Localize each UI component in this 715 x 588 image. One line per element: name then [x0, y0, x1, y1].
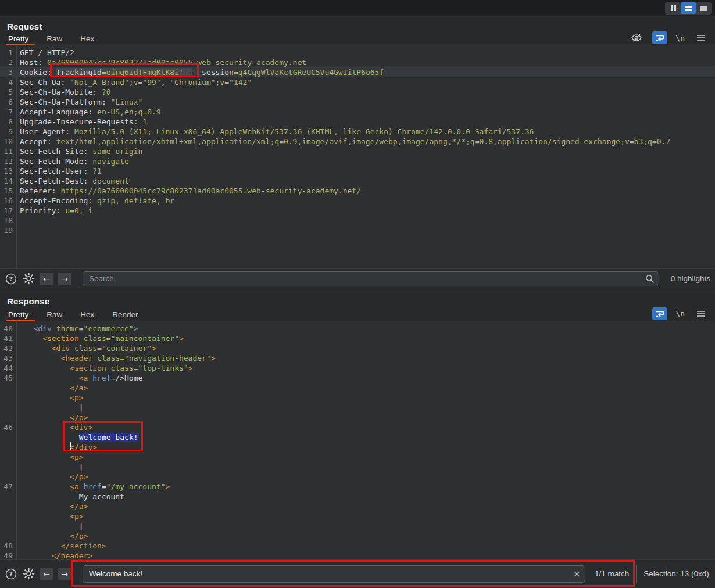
- divider: [636, 565, 637, 583]
- single-layout-button[interactable]: [696, 2, 711, 14]
- search-settings-gear-icon[interactable]: [22, 273, 35, 285]
- code-line: 41 <section class="maincontainer">: [0, 334, 715, 343]
- hide-highlights-eye-off-icon[interactable]: [629, 31, 644, 44]
- burp-message-editor: Request PrettyRawHex \n: [0, 0, 715, 588]
- rows-layout-button[interactable]: [681, 2, 696, 14]
- editor-menu-icon[interactable]: [693, 31, 708, 44]
- previous-match-button[interactable]: ←: [40, 273, 53, 285]
- code-line: 13Sec-Fetch-User: ?1: [0, 166, 715, 176]
- tab-pretty[interactable]: Pretty: [7, 31, 30, 45]
- help-icon[interactable]: ?: [5, 568, 17, 580]
- code-line: |: [0, 403, 715, 413]
- code-line: 1GET / HTTP/2: [0, 48, 715, 58]
- tab-render[interactable]: Render: [111, 306, 139, 321]
- show-newlines-icon[interactable]: \n: [675, 309, 685, 318]
- code-line: |: [0, 521, 715, 531]
- code-line: 49 </header>: [0, 551, 715, 559]
- code-line: 4Sec-Ch-Ua: "Not_A Brand";v="99", "Chrom…: [0, 77, 715, 87]
- tab-raw[interactable]: Raw: [45, 306, 63, 321]
- tab-hex[interactable]: Hex: [79, 306, 95, 321]
- code-line: 12Sec-Fetch-Mode: navigate: [0, 156, 715, 166]
- single-layout-icon: [700, 6, 707, 11]
- columns-layout-icon: [671, 5, 676, 11]
- code-line: 44 <section class="top-links">: [0, 363, 715, 373]
- code-line: 6Sec-Ch-Ua-Platform: "Linux": [0, 97, 715, 107]
- tab-hex[interactable]: Hex: [79, 31, 95, 45]
- code-line: 5Sec-Ch-Ua-Mobile: ?0: [0, 87, 715, 97]
- request-toolbar-icons: \n: [629, 31, 715, 45]
- code-line: 18: [0, 216, 715, 225]
- code-line: 40 <div theme="ecommerce">: [0, 324, 715, 334]
- show-newlines-icon[interactable]: \n: [675, 34, 685, 42]
- code-line: <p>: [0, 452, 715, 462]
- tab-pretty[interactable]: Pretty: [7, 306, 30, 321]
- columns-layout-button[interactable]: [666, 2, 681, 14]
- selection-status: Selection: 13 (0xd): [644, 569, 713, 578]
- code-line: 19: [0, 225, 715, 235]
- request-editor[interactable]: 1GET / HTTP/22Host: 0a760000045cc79c8023…: [0, 45, 715, 268]
- highlights-count: 0 highlights: [671, 274, 715, 283]
- word-wrap-icon[interactable]: [652, 307, 667, 320]
- code-line: 45 <a href=/>Home: [0, 373, 715, 383]
- code-line: 14Sec-Fetch-Dest: document: [0, 176, 715, 186]
- next-match-button[interactable]: →: [58, 568, 72, 580]
- search-settings-gear-icon[interactable]: [22, 568, 35, 580]
- rows-layout-icon: [685, 6, 692, 11]
- code-line: 10Accept: text/html,application/xhtml+xm…: [0, 137, 715, 146]
- response-editor[interactable]: 40 <div theme="ecommerce">41 <section cl…: [0, 321, 715, 559]
- code-line: </p>: [0, 531, 715, 541]
- svg-text:?: ?: [9, 571, 13, 578]
- code-line: 2Host: 0a760000045cc79c802371ad00ac0055.…: [0, 58, 715, 67]
- code-line: <p>: [0, 511, 715, 521]
- code-line: <p>: [0, 393, 715, 403]
- code-line: 16Accept-Encoding: gzip, deflate, br: [0, 196, 715, 206]
- clear-search-icon[interactable]: ×: [573, 569, 581, 579]
- response-panel-header: Response: [0, 289, 715, 307]
- word-wrap-icon[interactable]: [652, 31, 667, 44]
- code-line: Welcome back!: [0, 432, 715, 442]
- code-line: </a>: [0, 383, 715, 393]
- request-search-input[interactable]: [83, 271, 659, 286]
- previous-match-button[interactable]: ←: [40, 568, 53, 580]
- code-line: 15Referer: https://0a760000045cc79c80237…: [0, 186, 715, 196]
- titlebar: [0, 0, 715, 16]
- code-line: 42 <div class="container">: [0, 343, 715, 353]
- request-search-bar: ? ← → 0 hi: [0, 268, 715, 289]
- code-line: My account: [0, 492, 715, 501]
- code-line: 48 </section>: [0, 541, 715, 551]
- search-magnifier-icon[interactable]: [645, 274, 655, 284]
- response-tabs: PrettyRawHexRender \n: [0, 306, 715, 321]
- code-line: </p>: [0, 413, 715, 422]
- help-icon[interactable]: ?: [5, 273, 17, 285]
- next-match-button[interactable]: →: [58, 273, 72, 285]
- layout-button-group: [665, 2, 712, 15]
- match-count: 1/1 match: [595, 569, 629, 578]
- code-line: </div>: [0, 442, 715, 452]
- code-line: 7Accept-Language: en-US,en;q=0.9: [0, 107, 715, 117]
- editor-menu-icon[interactable]: [693, 307, 708, 320]
- request-tabs: PrettyRawHex \n: [0, 31, 715, 45]
- response-search-input[interactable]: [83, 565, 585, 583]
- request-title: Request: [7, 21, 42, 31]
- request-panel-header: Request: [0, 16, 715, 31]
- code-line: 43 <header class="navigation-header">: [0, 353, 715, 363]
- code-line: 11Sec-Fetch-Site: same-origin: [0, 146, 715, 156]
- code-line: |: [0, 462, 715, 472]
- code-line: 47 <a href="/my-account">: [0, 482, 715, 492]
- tab-raw[interactable]: Raw: [45, 31, 63, 45]
- response-search-bar: ? ← → × 1/1 match Selection: 13 (: [0, 559, 715, 588]
- code-line: 17Priority: u=0, i: [0, 206, 715, 216]
- response-title: Response: [7, 296, 49, 306]
- code-line: </p>: [0, 472, 715, 482]
- code-line: 3Cookie: TrackingId=eing6IdTFmgKtK8i'-- …: [0, 67, 715, 77]
- response-toolbar-icons: \n: [652, 306, 715, 321]
- code-line: </a>: [0, 501, 715, 511]
- code-line: 8Upgrade-Insecure-Requests: 1: [0, 117, 715, 127]
- svg-text:?: ?: [9, 275, 13, 283]
- code-line: 46 <div>: [0, 422, 715, 432]
- code-line: 9User-Agent: Mozilla/5.0 (X11; Linux x86…: [0, 127, 715, 137]
